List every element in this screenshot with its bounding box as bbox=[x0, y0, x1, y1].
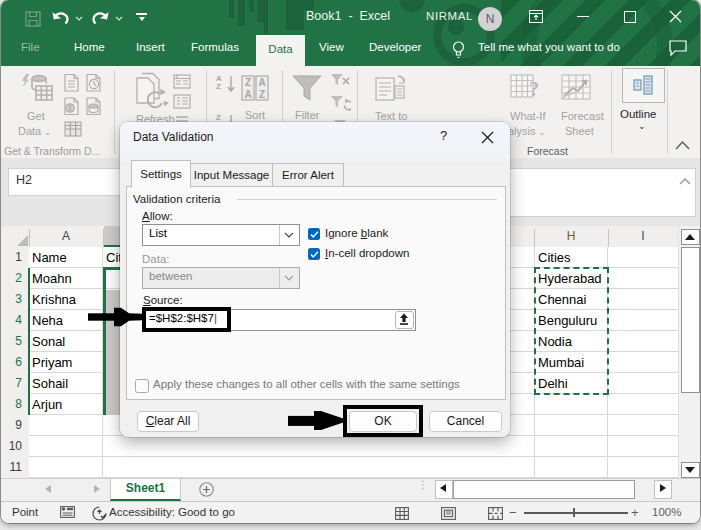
svg-text:Z: Z bbox=[245, 77, 251, 88]
svg-text:Z: Z bbox=[259, 89, 265, 100]
svg-text:?: ? bbox=[529, 78, 539, 100]
svg-text:A: A bbox=[244, 89, 251, 100]
svg-text:A: A bbox=[258, 77, 265, 88]
